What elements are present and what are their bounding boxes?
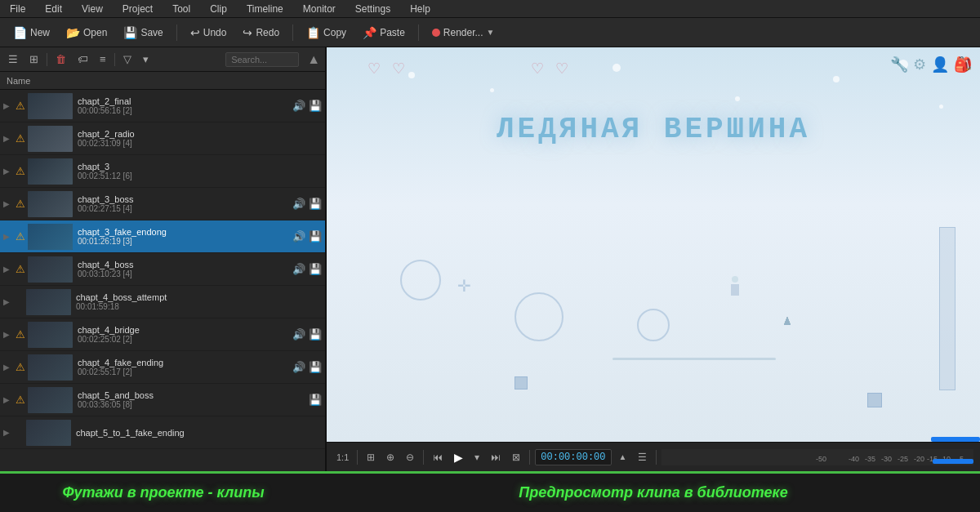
clip-warning-icon: ⚠ — [16, 100, 25, 112]
menu-clip[interactable]: Clip — [207, 2, 230, 16]
settings-icon: ⚙ — [913, 56, 926, 73]
bin-list-view-icon[interactable]: ☰ — [5, 51, 21, 67]
audio-icon[interactable]: 🔊 — [292, 198, 305, 210]
save-clip-icon[interactable]: 💾 — [309, 394, 322, 406]
play-button[interactable]: ▶ — [450, 448, 467, 466]
clip-duration: 00:02:25:02 [2] — [78, 335, 292, 344]
wrench-icon: 🔧 — [890, 56, 908, 73]
open-button[interactable]: 📂 Open — [60, 23, 114, 42]
audio-icon[interactable]: 🔊 — [292, 361, 305, 373]
save-clip-icon[interactable]: 💾 — [309, 198, 322, 210]
bin-hamburger-icon[interactable]: ≡ — [96, 51, 109, 67]
rope-element — [612, 358, 776, 360]
clip-info: chapt_3_boss 00:02:27:15 [4] — [78, 194, 292, 213]
game-circle-2 — [514, 292, 564, 341]
ctrl-sep-3 — [656, 450, 657, 465]
clip-thumb-image — [28, 224, 73, 250]
person-icon: 👤 — [931, 56, 949, 73]
preview-controls-bar: 1:1 ⊞ ⊕ ⊖ ⏮ ▶ ▾ ⏭ ⊠ 00:00:00:00 ▲ ☰ -50 … — [327, 442, 980, 471]
audio-icon[interactable]: 🔊 — [292, 263, 305, 275]
clip-list[interactable]: ▶ ⚠ chapt_2_final 00:00:56:16 [2] 🔊 💾 ▶ … — [0, 90, 325, 471]
bin-filter-icon[interactable]: ▽ — [120, 51, 135, 67]
go-end-button[interactable]: ⏭ — [487, 449, 505, 465]
bin-column-header: Name — [0, 72, 325, 90]
save-clip-icon[interactable]: 💾 — [309, 100, 322, 112]
save-clip-icon[interactable]: 💾 — [309, 328, 322, 341]
zoom-in-button[interactable]: ⊕ — [382, 449, 399, 465]
clip-duration: 00:01:59:18 — [76, 302, 322, 311]
menu-timeline[interactable]: Timeline — [243, 2, 287, 16]
menu-view[interactable]: View — [78, 2, 106, 16]
clip-thumb-image — [28, 354, 73, 381]
menu-project[interactable]: Project — [119, 2, 156, 16]
toolbar-sep-2 — [292, 24, 293, 41]
go-start-button[interactable]: ⏮ — [429, 449, 447, 465]
clip-item[interactable]: ▶ ⚠ chapt_3 00:02:51:12 [6] — [0, 155, 325, 188]
timecode-up-icon[interactable]: ▲ — [615, 450, 631, 464]
menu-help[interactable]: Help — [407, 2, 434, 16]
menu-file[interactable]: File — [7, 2, 29, 16]
clip-expand-icon: ▶ — [3, 297, 13, 306]
chapter-list-button[interactable]: ☰ — [634, 449, 651, 465]
clip-item[interactable]: ▶ ⚠ chapt_2_final 00:00:56:16 [2] 🔊 💾 — [0, 90, 325, 122]
clip-thumbnail — [28, 126, 73, 152]
menu-settings[interactable]: Settings — [352, 2, 394, 16]
bin-name-column-label: Name — [7, 76, 30, 86]
fit-frame-button[interactable]: ⊞ — [363, 449, 379, 465]
mark-in-button[interactable]: ⊠ — [508, 449, 524, 465]
render-button[interactable]: 📌 Paste — [356, 23, 412, 42]
clip-thumb-image — [28, 158, 73, 185]
clip-item[interactable]: ▶ ⚠ chapt_3_boss 00:02:27:15 [4] 🔊 💾 — [0, 188, 325, 220]
render-dropdown-button[interactable]: Render... ▼ — [425, 24, 501, 42]
save-button[interactable]: 💾 Save — [117, 23, 169, 42]
bin-thumbnail-view-icon[interactable]: ⊞ — [26, 51, 42, 67]
bottom-right-label: Предпросмотр клипа в библиотеке — [327, 484, 980, 501]
preview-scrollbar-thumb[interactable] — [931, 437, 980, 442]
bin-delete-icon[interactable]: 🗑 — [52, 51, 69, 67]
render-label: Render... — [443, 27, 483, 38]
clip-name: chapt_3_boss — [78, 194, 292, 204]
audio-icon[interactable]: 🔊 — [292, 230, 305, 243]
play-dropdown-button[interactable]: ▾ — [470, 449, 483, 465]
save-clip-icon[interactable]: 💾 — [309, 263, 322, 275]
game-circle-3 — [637, 309, 670, 341]
save-clip-icon[interactable]: 💾 — [309, 361, 322, 373]
menu-tool[interactable]: Tool — [169, 2, 194, 16]
menu-monitor[interactable]: Monitor — [300, 2, 339, 16]
clip-warning-icon: ⚠ — [16, 198, 25, 210]
clip-item[interactable]: ▶ chapt_4_boss_attempt 00:01:59:18 — [0, 286, 325, 318]
game-cross-1: ✛ — [457, 276, 471, 296]
clip-item[interactable]: ▶ ⚠ chapt_4_boss 00:03:10:23 [4] 🔊 💾 — [0, 253, 325, 286]
menu-edit[interactable]: Edit — [42, 2, 65, 16]
clip-item[interactable]: ▶ ⚠ chapt_4_fake_ending 00:02:55:17 [2] … — [0, 351, 325, 384]
audio-icon[interactable]: 🔊 — [292, 328, 305, 341]
zoom-out-button[interactable]: ⊖ — [402, 449, 418, 465]
render-dropdown-arrow-icon: ▼ — [487, 28, 495, 37]
bin-search-input[interactable] — [225, 52, 299, 67]
preview-top-right-icons: 🔧 ⚙ 👤 🎒 — [890, 56, 972, 73]
timecode-display[interactable]: 00:00:00:00 — [535, 449, 611, 465]
clip-action-icons: 🔊 💾 — [292, 328, 322, 341]
save-clip-icon[interactable]: 💾 — [309, 230, 322, 243]
undo-icon: ↩ — [190, 26, 200, 39]
clip-duration: 00:02:31:09 [4] — [78, 139, 322, 148]
clip-item[interactable]: ▶ chapt_5_to_1_fake_ending — [0, 416, 325, 449]
bin-filter-dropdown-icon[interactable]: ▾ — [140, 51, 152, 67]
clip-info: chapt_4_fake_ending 00:02:55:17 [2] — [78, 358, 292, 376]
ruler-scrollbar-thumb[interactable] — [933, 459, 973, 464]
bin-scroll-up-icon[interactable]: ▲ — [307, 52, 320, 67]
clip-item[interactable]: ▶ ⚠ chapt_4_bridge 00:02:25:02 [2] 🔊 💾 — [0, 318, 325, 351]
clip-item[interactable]: ▶ ⚠ chapt_3_fake_endong 00:01:26:19 [3] … — [0, 220, 325, 253]
audio-icon[interactable]: 🔊 — [292, 100, 305, 112]
clip-item[interactable]: ▶ ⚠ chapt_5_and_boss 00:03:36:05 [8] 💾 — [0, 384, 325, 416]
snow-3 — [612, 64, 621, 72]
copy-button[interactable]: 📋 Copy — [300, 23, 353, 42]
bin-tag-icon[interactable]: 🏷 — [74, 51, 91, 67]
ctrl-sep-1 — [423, 450, 424, 465]
clip-name: chapt_2_final — [78, 96, 292, 106]
undo-button[interactable]: ↩ Undo — [184, 23, 234, 42]
new-button[interactable]: 📄 New — [7, 23, 56, 42]
game-character — [727, 276, 743, 296]
clip-item[interactable]: ▶ ⚠ chapt_2_radio 00:02:31:09 [4] — [0, 122, 325, 155]
redo-button[interactable]: ↪ Redo — [236, 23, 286, 42]
